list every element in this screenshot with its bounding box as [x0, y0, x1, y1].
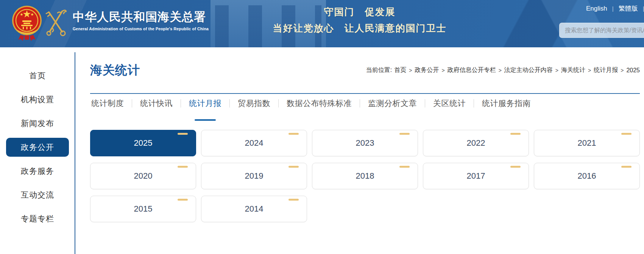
breadcrumb-home[interactable]: 首页 — [394, 66, 406, 74]
customs-emblem-icon — [45, 8, 67, 39]
site-title-en: General Administration of Customs of the… — [73, 26, 209, 31]
breadcrumb-separator: > — [499, 67, 502, 73]
language-bar: English | 繁體版 | — [586, 4, 644, 13]
sidebar-item-home[interactable]: 首页 — [6, 66, 69, 85]
year-card-2014[interactable]: 2014 — [201, 196, 307, 222]
sidebar-item-gov-disclosure[interactable]: 政务公开 — [6, 138, 69, 157]
year-label: 2022 — [467, 138, 485, 148]
lang-separator: | — [612, 5, 614, 12]
tab-statistics-system[interactable]: 统计制度 — [83, 98, 132, 108]
slogan-line-1: 守国门 促发展 — [261, 6, 458, 18]
gold-dash-icon — [399, 133, 410, 135]
breadcrumb-separator: > — [409, 67, 412, 73]
gold-dash-icon — [288, 199, 299, 201]
tab-district-statistics[interactable]: 关区统计 — [425, 98, 474, 108]
site-header: 中华人民共和国海关总署 General Administration of Cu… — [0, 0, 644, 47]
breadcrumb: 当前位置: 首页 > 政务公开 > 政府信息公开专栏 > 法定主动公开内容 > … — [366, 66, 640, 74]
breadcrumb-statutory-content[interactable]: 法定主动公开内容 — [504, 66, 553, 74]
year-label: 2023 — [356, 138, 374, 148]
site-logo[interactable]: 中华人民共和国海关总署 General Administration of Cu… — [11, 5, 209, 43]
year-card-grid: 2025 2024 2023 2022 2021 2020 2019 2018 … — [90, 130, 640, 222]
gold-dash-icon — [288, 133, 299, 135]
page-title: 海关统计 — [90, 62, 140, 79]
year-label: 2016 — [578, 171, 596, 181]
year-label: 2020 — [134, 171, 153, 181]
national-emblem-icon — [11, 5, 42, 43]
year-card-2023[interactable]: 2023 — [312, 130, 418, 156]
breadcrumb-separator: > — [555, 67, 558, 73]
breadcrumb-info-disclosure[interactable]: 政府信息公开专栏 — [448, 66, 496, 74]
tab-statistics-express[interactable]: 统计快讯 — [132, 98, 181, 108]
breadcrumb-customs-statistics[interactable]: 海关统计 — [561, 66, 585, 74]
year-card-2020[interactable]: 2020 — [90, 163, 196, 189]
breadcrumb-monthly-report[interactable]: 统计月报 — [594, 66, 618, 74]
year-label: 2017 — [467, 171, 485, 181]
year-label: 2021 — [578, 138, 596, 148]
search-input[interactable] — [559, 23, 644, 38]
year-label: 2018 — [356, 171, 374, 181]
year-card-2018[interactable]: 2018 — [312, 163, 418, 189]
slogan-line-2: 当好让党放心 让人民满意的国门卫士 — [261, 22, 458, 34]
year-card-2022[interactable]: 2022 — [423, 130, 529, 156]
gold-dash-icon — [621, 133, 632, 135]
year-card-2024[interactable]: 2024 — [201, 130, 307, 156]
gold-dash-icon — [510, 133, 521, 135]
site-title-zh: 中华人民共和国海关总署 — [73, 10, 209, 24]
year-label: 2014 — [245, 204, 264, 214]
sidebar-item-interaction[interactable]: 互动交流 — [6, 185, 69, 204]
gold-dash-icon — [621, 166, 632, 168]
year-label: 2015 — [134, 204, 153, 214]
year-label: 2019 — [245, 171, 264, 181]
tab-monitoring-analysis[interactable]: 监测分析文章 — [360, 98, 425, 108]
year-card-2025[interactable]: 2025 — [90, 130, 196, 156]
site-title-block: 中华人民共和国海关总署 General Administration of Cu… — [73, 10, 209, 31]
main-content: 海关统计 当前位置: 首页 > 政务公开 > 政府信息公开专栏 > 法定主动公开… — [75, 47, 644, 254]
sidebar-nav: 首页 机构设置 新闻发布 政务公开 政务服务 互动交流 专题专栏 — [0, 47, 75, 254]
tab-monthly-report[interactable]: 统计月报 — [181, 98, 229, 108]
year-label: 2025 — [134, 138, 153, 148]
breadcrumb-current-2025: 2025 — [626, 67, 640, 74]
page-header-row: 海关统计 当前位置: 首页 > 政务公开 > 政府信息公开专栏 > 法定主动公开… — [90, 47, 640, 94]
sidebar-item-organization[interactable]: 机构设置 — [6, 90, 69, 109]
year-card-2021[interactable]: 2021 — [534, 130, 640, 156]
gold-dash-icon — [288, 166, 299, 168]
header-slogans: 守国门 促发展 当好让党放心 让人民满意的国门卫士 — [261, 6, 458, 34]
gold-dash-icon — [178, 133, 188, 135]
lang-link-traditional[interactable]: 繁體版 — [619, 4, 638, 13]
gold-dash-icon — [178, 166, 188, 168]
year-card-2019[interactable]: 2019 — [201, 163, 307, 189]
sidebar-item-gov-services[interactable]: 政务服务 — [6, 162, 69, 181]
year-card-2016[interactable]: 2016 — [534, 163, 640, 189]
gold-dash-icon — [510, 166, 521, 168]
sidebar-item-special-topics[interactable]: 专题专栏 — [6, 209, 69, 228]
gold-dash-icon — [178, 199, 188, 201]
breadcrumb-separator: > — [621, 67, 624, 73]
breadcrumb-label: 当前位置: — [366, 66, 392, 74]
sidebar-item-news[interactable]: 新闻发布 — [6, 114, 69, 133]
tab-statistics-service-guide[interactable]: 统计服务指南 — [474, 98, 539, 108]
section-tabs: 统计制度 统计快讯 统计月报 贸易指数 数据公布特殊标准 监测分析文章 关区统计… — [83, 98, 640, 108]
year-label: 2024 — [245, 138, 264, 148]
tab-trade-index[interactable]: 贸易指数 — [230, 98, 278, 108]
gold-dash-icon — [399, 166, 410, 168]
year-card-2017[interactable]: 2017 — [423, 163, 529, 189]
lang-link-english[interactable]: English — [586, 5, 607, 12]
breadcrumb-gov-disclosure[interactable]: 政务公开 — [415, 66, 439, 74]
breadcrumb-separator: > — [441, 67, 444, 73]
year-card-2015[interactable]: 2015 — [90, 196, 196, 222]
tab-special-data-standards[interactable]: 数据公布特殊标准 — [279, 98, 360, 108]
breadcrumb-separator: > — [588, 67, 591, 73]
